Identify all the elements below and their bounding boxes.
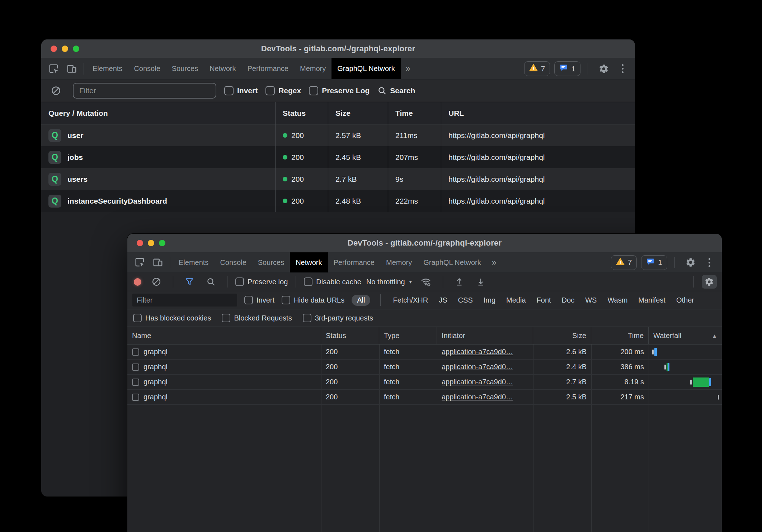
tab-sources[interactable]: Sources	[166, 58, 204, 79]
column-header-status[interactable]: Status	[321, 327, 379, 344]
filter-chip-fetch-xhr[interactable]: Fetch/XHR	[391, 295, 430, 306]
close-window-button[interactable]	[51, 46, 57, 52]
close-window-button[interactable]	[137, 240, 143, 246]
filter-chip-wasm[interactable]: Wasm	[605, 295, 630, 306]
tab-elements[interactable]: Elements	[173, 252, 214, 272]
table-row[interactable]: QinstanceSecurityDashboard 200 2.48 kB 2…	[41, 190, 635, 212]
network-conditions-icon[interactable]	[417, 276, 435, 287]
filter-chip-img[interactable]: Img	[481, 295, 498, 306]
device-toolbar-icon[interactable]	[149, 252, 167, 272]
column-header-query-mutation[interactable]: Query / Mutation	[41, 102, 276, 124]
disable-cache-checkbox[interactable]: Disable cache	[304, 277, 361, 286]
checkbox[interactable]	[304, 277, 312, 286]
tab-network[interactable]: Network	[290, 252, 328, 272]
third-party-requests-checkbox[interactable]: 3rd-party requests	[303, 314, 373, 322]
column-header-type[interactable]: Type	[379, 327, 437, 344]
network-settings-gear-icon[interactable]	[702, 275, 717, 289]
tab-graphql-network[interactable]: GraphQL Network	[418, 252, 486, 272]
tab-performance[interactable]: Performance	[328, 252, 381, 272]
minimize-window-button[interactable]	[62, 46, 68, 52]
filter-chip-js[interactable]: JS	[437, 295, 449, 306]
column-header-time[interactable]: Time	[591, 327, 649, 344]
more-tabs-chevron[interactable]: »	[487, 252, 502, 272]
checkbox[interactable]	[303, 314, 311, 322]
blocked-requests-checkbox[interactable]: Blocked Requests	[222, 314, 292, 322]
initiator-link[interactable]: application-a7ca9d0…	[442, 363, 513, 371]
more-tabs-chevron[interactable]: »	[401, 58, 415, 79]
initiator-link[interactable]: application-a7ca9d0…	[442, 348, 513, 356]
tab-console[interactable]: Console	[128, 58, 166, 79]
warnings-badge[interactable]: 7	[611, 255, 637, 270]
filter-chip-media[interactable]: Media	[504, 295, 528, 306]
tab-console[interactable]: Console	[214, 252, 252, 272]
titlebar[interactable]: DevTools - gitlab.com/-/graphql-explorer	[127, 234, 722, 252]
filter-chip-ws[interactable]: WS	[583, 295, 599, 306]
table-row[interactable]: graphql 200 fetch application-a7ca9d0… 2…	[127, 345, 722, 360]
row-checkbox[interactable]	[132, 348, 139, 356]
tab-memory[interactable]: Memory	[380, 252, 418, 272]
hide-data-urls-checkbox[interactable]: Hide data URLs	[282, 296, 344, 304]
column-header-url[interactable]: URL	[441, 102, 635, 124]
filter-chip-doc[interactable]: Doc	[560, 295, 577, 306]
filter-input[interactable]	[132, 294, 237, 307]
table-row[interactable]: graphql 200 fetch application-a7ca9d0… 2…	[127, 375, 722, 390]
column-header-status[interactable]: Status	[276, 102, 328, 124]
column-header-time[interactable]: Time	[388, 102, 441, 124]
initiator-link[interactable]: application-a7ca9d0…	[442, 393, 513, 401]
has-blocked-cookies-checkbox[interactable]: Has blocked cookies	[133, 314, 211, 322]
clear-icon[interactable]	[47, 85, 65, 96]
throttling-dropdown[interactable]: No throttling ▾	[366, 278, 412, 286]
invert-checkbox[interactable]: Invert	[244, 296, 274, 304]
tab-performance[interactable]: Performance	[242, 58, 295, 79]
search-icon[interactable]	[203, 277, 219, 286]
messages-badge[interactable]: 1	[641, 255, 667, 270]
initiator-link[interactable]: application-a7ca9d0…	[442, 378, 513, 386]
column-header-initiator[interactable]: Initiator	[437, 327, 533, 344]
settings-gear-icon[interactable]	[682, 257, 699, 267]
row-checkbox[interactable]	[132, 364, 139, 371]
kebab-menu-icon[interactable]	[704, 258, 715, 267]
row-checkbox[interactable]	[132, 379, 139, 386]
filter-chip-css[interactable]: CSS	[456, 295, 475, 306]
settings-gear-icon[interactable]	[595, 64, 612, 74]
checkbox[interactable]	[282, 296, 290, 304]
export-har-icon[interactable]	[472, 277, 489, 286]
checkbox[interactable]	[265, 86, 275, 95]
preserve-log-checkbox[interactable]: Preserve Log	[309, 86, 370, 95]
filter-funnel-icon[interactable]	[181, 277, 198, 286]
checkbox[interactable]	[222, 314, 230, 322]
checkbox[interactable]	[244, 296, 253, 304]
table-row[interactable]: graphql 200 fetch application-a7ca9d0… 2…	[127, 390, 722, 405]
device-toolbar-icon[interactable]	[63, 58, 81, 79]
invert-checkbox[interactable]: Invert	[224, 86, 258, 95]
filter-chip-other[interactable]: Other	[674, 295, 696, 306]
tab-elements[interactable]: Elements	[87, 58, 128, 79]
tab-graphql-network[interactable]: GraphQL Network	[331, 58, 400, 79]
table-row[interactable]: graphql 200 fetch application-a7ca9d0… 2…	[127, 360, 722, 375]
regex-checkbox[interactable]: Regex	[265, 86, 301, 95]
import-har-icon[interactable]	[451, 277, 467, 286]
table-row[interactable]: Qjobs 200 2.45 kB 207ms https://gitlab.c…	[41, 146, 635, 168]
inspect-element-icon[interactable]	[131, 252, 149, 272]
search-button[interactable]: Search	[377, 86, 415, 95]
filter-chip-font[interactable]: Font	[535, 295, 553, 306]
filter-chip-manifest[interactable]: Manifest	[636, 295, 668, 306]
column-header-name[interactable]: Name	[127, 327, 321, 344]
kebab-menu-icon[interactable]	[617, 64, 629, 73]
inspect-element-icon[interactable]	[45, 58, 63, 79]
checkbox[interactable]	[235, 277, 244, 286]
clear-icon[interactable]	[148, 277, 165, 287]
filter-chip-all[interactable]: All	[352, 295, 370, 306]
record-button[interactable]	[134, 278, 141, 286]
minimize-window-button[interactable]	[148, 240, 154, 246]
column-header-size[interactable]: Size	[533, 327, 591, 344]
preserve-log-checkbox[interactable]: Preserve log	[235, 277, 288, 286]
column-header-waterfall[interactable]: Waterfall ▲	[649, 327, 722, 344]
table-row[interactable]: Quser 200 2.57 kB 211ms https://gitlab.c…	[41, 124, 635, 146]
table-row[interactable]: Qusers 200 2.7 kB 9s https://gitlab.com/…	[41, 168, 635, 190]
checkbox[interactable]	[133, 314, 142, 322]
filter-input[interactable]	[73, 83, 216, 99]
checkbox[interactable]	[309, 86, 318, 95]
row-checkbox[interactable]	[132, 394, 139, 401]
tab-memory[interactable]: Memory	[294, 58, 331, 79]
